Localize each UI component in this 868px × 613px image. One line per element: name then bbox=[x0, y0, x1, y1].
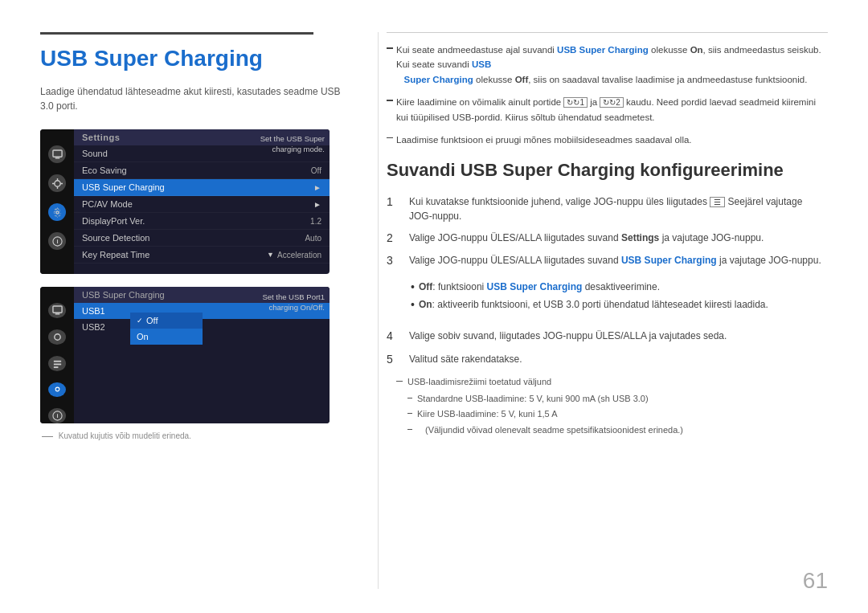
svg-rect-12 bbox=[53, 360, 60, 362]
bullet-on: • On: aktiveerib funktsiooni, et USB 3.0… bbox=[411, 297, 768, 312]
right-top-rule bbox=[387, 32, 828, 33]
bullet-off: • Off: funktsiooni USB Super Charging de… bbox=[411, 280, 768, 294]
sidebar-icon-1 bbox=[48, 145, 66, 163]
svg-rect-1 bbox=[55, 157, 59, 158]
sidebar-icon-2-1 bbox=[48, 303, 66, 318]
svg-text:i: i bbox=[56, 413, 58, 420]
svg-rect-14 bbox=[53, 366, 58, 368]
step-item-5: 5 Valitud säte rakendatakse. bbox=[387, 352, 828, 368]
set-label-1: Set the USB Super charging mode. bbox=[252, 134, 325, 154]
sub-note-2: Kiire USB-laadimine: 5 V, kuni 1,5 A bbox=[396, 407, 828, 421]
caption-note: Kuvatud kujutis võib mudeliti erineda. bbox=[40, 431, 354, 440]
bullet-list: • Off: funktsiooni USB Super Charging de… bbox=[411, 280, 768, 315]
svg-point-11 bbox=[54, 334, 59, 340]
step-item-2: 2 Valige JOG-nuppu ÜLES/ALLA liigutades … bbox=[387, 231, 828, 247]
sidebar-icon-2-settings bbox=[48, 382, 66, 398]
svg-point-2 bbox=[54, 180, 59, 186]
sub-note-1: Standardne USB-laadimine: 5 V, kuni 900 … bbox=[396, 392, 828, 406]
step-list: 1 Kui kuvatakse funktsioonide juhend, va… bbox=[387, 194, 828, 368]
notes-section: USB-laadimisrežiimi toetatud väljund Sta… bbox=[387, 375, 828, 436]
sidebar-icon-2-2 bbox=[48, 329, 66, 345]
step-item-4: 4 Valige sobiv suvand, liigutades JOG-nu… bbox=[387, 329, 828, 345]
intro-para-2: Kiire laadimine on võimalik ainult porti… bbox=[387, 95, 828, 125]
left-column: USB Super Charging Laadige ühendatud läh… bbox=[40, 32, 378, 589]
dropdown-on: On bbox=[130, 329, 203, 345]
page-number: 61 bbox=[803, 568, 828, 594]
svg-rect-9 bbox=[52, 306, 61, 313]
step-item-1: 1 Kui kuvatakse funktsioonide juhend, va… bbox=[387, 194, 828, 223]
svg-point-15 bbox=[55, 388, 59, 392]
sidebar-icon-2-3 bbox=[48, 356, 66, 371]
page-title: USB Super Charging bbox=[40, 46, 354, 72]
sidebar-icon-settings bbox=[48, 203, 66, 221]
step-item-bullets: • Off: funktsiooni USB Super Charging de… bbox=[387, 276, 828, 321]
sub-note-3: (Väljundid võivad olenevalt seadme spets… bbox=[396, 423, 828, 437]
dropdown-panel: ✓ Off On bbox=[130, 313, 203, 345]
svg-rect-13 bbox=[53, 363, 60, 365]
right-column: Kui seate andmeedastuse ajal suvandi USB… bbox=[378, 32, 828, 589]
sidebar-icon-2-info: i bbox=[48, 408, 66, 423]
intro-para-3: Laadimise funktsioon ei pruugi mõnes mob… bbox=[387, 133, 828, 147]
sidebar-icon-2 bbox=[48, 174, 66, 192]
subtitle-text: Laadige ühendatud lähteseadme akut kiire… bbox=[40, 84, 354, 113]
set-label-2: Set the USB Port1 charging On/Off. bbox=[248, 292, 325, 313]
svg-text:i: i bbox=[56, 238, 58, 245]
submenu-panel: USB Super Charging USB1 USB2 ✓ Off bbox=[74, 287, 330, 423]
note-header: USB-laadimisrežiimi toetatud väljund bbox=[396, 375, 828, 389]
menu-item-eco: Eco Saving Off bbox=[74, 162, 330, 179]
svg-rect-10 bbox=[55, 313, 59, 314]
menu-item-keyrepeat: Key Repeat Time ▼ Acceleration bbox=[74, 247, 330, 264]
menu-item-usb-charging: USB Super Charging ► bbox=[74, 179, 330, 196]
sidebar-icon-info: i bbox=[48, 232, 66, 250]
menu-item-source: Source Detection Auto bbox=[74, 230, 330, 247]
monitor-sidebar-1: i bbox=[40, 129, 74, 274]
monitor-mockup-1: i Set the USB Super charging mode. Setti… bbox=[40, 129, 330, 274]
top-rule bbox=[40, 32, 313, 35]
step-item-3: 3 Valige JOG-nuppu ÜLES/ALLA liigutades … bbox=[387, 253, 828, 269]
dropdown-off: ✓ Off bbox=[130, 313, 203, 329]
monitor-mockup-2: i USB Super Charging USB1 USB2 ✓ bbox=[40, 287, 330, 423]
svg-rect-0 bbox=[52, 150, 61, 157]
monitor-sidebar-2: i bbox=[40, 287, 74, 423]
menu-item-pcav: PC/AV Mode ► bbox=[74, 196, 330, 213]
menu-item-displayport: DisplayPort Ver. 1.2 bbox=[74, 213, 330, 230]
intro-para-1: Kui seate andmeedastuse ajal suvandi USB… bbox=[387, 43, 828, 87]
section-title: Suvandi USB Super Charging konfigureerim… bbox=[387, 160, 828, 181]
